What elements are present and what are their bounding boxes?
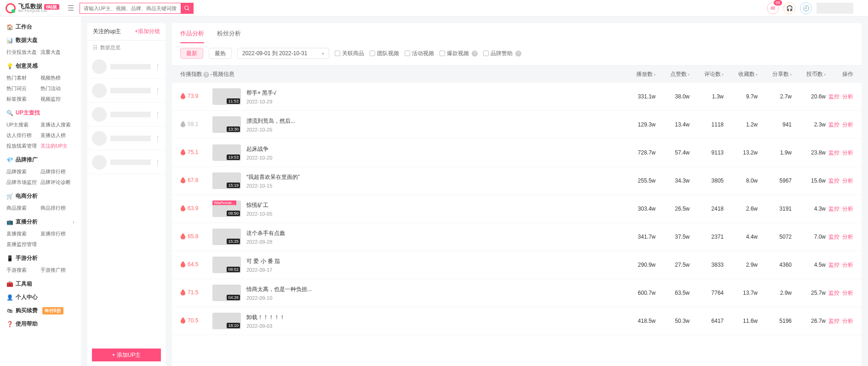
sidebar-link[interactable]: 直播搜索 xyxy=(6,229,40,239)
col-header[interactable]: 投币数▾ xyxy=(792,70,826,78)
filter-checkbox[interactable]: 活动视频 xyxy=(405,50,434,57)
sidebar-section[interactable]: 📊数据大盘 xyxy=(0,34,81,47)
user-avatar[interactable] xyxy=(817,3,853,14)
sidebar-link[interactable]: UP主搜索 xyxy=(6,120,40,130)
analyze-link[interactable]: 分析 xyxy=(842,93,853,101)
table-row[interactable]: 67.6 15:19 “我超喜欢呆在里面的” 2022-10-15 255.5w… xyxy=(172,167,862,195)
tab[interactable]: 作品分析 xyxy=(180,29,204,43)
sidebar-link[interactable]: 热门素材 xyxy=(6,73,40,83)
video-thumbnail[interactable]: 18:10 xyxy=(212,313,241,329)
sidebar-link[interactable]: 热门活动 xyxy=(40,83,74,94)
filter-checkbox[interactable]: 团队视频 xyxy=(370,50,399,57)
video-title[interactable]: “我超喜欢呆在里面的” xyxy=(246,173,300,181)
table-row[interactable]: 71.5 04:26 情商太高，也是一种负担... 2022-09-10 600… xyxy=(172,279,862,307)
analyze-link[interactable]: 分析 xyxy=(842,261,853,269)
sidebar-link[interactable]: 达人排行榜 xyxy=(6,130,40,141)
sidebar-section[interactable]: 🏠工作台 xyxy=(0,20,81,34)
sidebar-link[interactable]: 手游搜索 xyxy=(6,265,40,275)
sidebar-link[interactable]: 直播达人搜索 xyxy=(40,120,74,130)
up-list-item[interactable]: ⋮ xyxy=(87,126,166,150)
video-title[interactable]: 帮手× 黑手√ xyxy=(246,89,276,97)
data-summary-link[interactable]: ☷ 数据总览 xyxy=(87,40,166,55)
monitor-link[interactable]: 监控 xyxy=(828,233,839,241)
sidebar-link[interactable]: 流量大盘 xyxy=(40,47,74,57)
more-icon[interactable]: ⋮ xyxy=(154,111,161,118)
sidebar-link[interactable]: 品牌排行榜 xyxy=(40,166,74,177)
more-icon[interactable]: ⋮ xyxy=(154,159,161,166)
col-header[interactable]: 点赞数▾ xyxy=(656,70,690,78)
up-list-item[interactable]: ⋮ xyxy=(87,79,166,103)
video-thumbnail[interactable]: 13:30 xyxy=(212,116,241,133)
analyze-link[interactable]: 分析 xyxy=(842,121,853,129)
monitor-link[interactable]: 监控 xyxy=(828,289,839,297)
col-header[interactable]: 收藏数▾ xyxy=(724,70,758,78)
sidebar-link[interactable]: 标签搜索 xyxy=(6,94,40,104)
logo[interactable]: 飞瓜数据B站版 BZ.FEIQUA.CN xyxy=(6,3,59,13)
sidebar-section[interactable]: 🛒电商分析 xyxy=(0,189,81,203)
video-thumbnail[interactable]: Warhorse...08:50 xyxy=(212,200,241,217)
sort-pill[interactable]: 最新 xyxy=(180,48,203,59)
video-thumbnail[interactable]: 08:52 xyxy=(212,257,241,273)
col-header[interactable]: 分享数▾ xyxy=(758,70,792,78)
up-list-item[interactable]: ⋮ xyxy=(87,150,166,174)
col-header[interactable]: 评论数▾ xyxy=(690,70,724,78)
support-button[interactable]: 🎧 xyxy=(783,2,795,14)
add-up-button[interactable]: + 添加UP主 xyxy=(92,349,161,361)
search-input[interactable] xyxy=(80,3,181,14)
tab[interactable]: 粉丝分析 xyxy=(217,29,241,43)
table-row[interactable]: 65.8 15:25 这个杀手有点蠢 2022-09-28 341.7w37.5… xyxy=(172,223,862,251)
sidebar-section[interactable]: 💡创意灵感 xyxy=(0,59,81,73)
video-thumbnail[interactable]: 04:26 xyxy=(212,285,241,301)
sidebar-link[interactable]: 商品排行榜 xyxy=(40,203,74,213)
table-row[interactable]: 64.5 08:52 可 爱 小 番 茄 2022-09-17 290.9w27… xyxy=(172,251,862,279)
video-thumbnail[interactable]: 11:53 xyxy=(212,88,241,105)
video-title[interactable]: 起床战争 xyxy=(246,145,272,153)
sort-pill[interactable]: 最热 xyxy=(209,48,232,59)
more-icon[interactable]: ⋮ xyxy=(154,135,161,142)
video-title[interactable]: 惊慌矿工 xyxy=(246,201,272,209)
table-row[interactable]: 70.5 18:10 卸载！！！！！ 2022-09-03 418.5w50.3… xyxy=(172,307,862,335)
filter-checkbox[interactable]: 爆款视频? xyxy=(440,50,478,57)
sidebar-link[interactable]: 直播监控管理 xyxy=(6,239,40,250)
sidebar-link[interactable]: 行业投放大盘 xyxy=(6,47,40,57)
analyze-link[interactable]: 分析 xyxy=(842,177,853,185)
add-group-link[interactable]: +添加分组 xyxy=(135,28,160,35)
sidebar-section[interactable]: 🛍购买续费 年付6折 xyxy=(0,304,81,317)
col-header[interactable]: 播放数▾ xyxy=(622,70,656,78)
sidebar-section[interactable]: 🧰工具箱 xyxy=(0,277,81,291)
video-thumbnail[interactable]: 15:19 xyxy=(212,172,241,189)
analyze-link[interactable]: 分析 xyxy=(842,233,853,241)
monitor-link[interactable]: 监控 xyxy=(828,261,839,269)
search-button[interactable] xyxy=(181,3,194,14)
sidebar-section[interactable]: ❓使用帮助 xyxy=(0,317,81,331)
mail-button[interactable]: ✉65 xyxy=(767,2,779,14)
monitor-link[interactable]: 监控 xyxy=(828,205,839,213)
sidebar-link[interactable]: 视频热榜 xyxy=(40,73,74,83)
sidebar-link[interactable]: 品牌市场监控 xyxy=(6,177,40,188)
refresh-button[interactable]: 🕘 xyxy=(800,2,812,14)
analyze-link[interactable]: 分析 xyxy=(842,317,853,325)
table-row[interactable]: 75.1 19:53 起床战争 2022-10-20 728.7w57.4w91… xyxy=(172,139,862,167)
up-list-item[interactable]: ⋮ xyxy=(87,103,166,126)
sidebar-link[interactable]: 直播排行榜 xyxy=(40,229,74,239)
monitor-link[interactable]: 监控 xyxy=(828,317,839,325)
up-list-item[interactable]: ⋮ xyxy=(87,55,166,79)
help-icon[interactable]: ? xyxy=(203,72,209,78)
monitor-link[interactable]: 监控 xyxy=(828,93,839,101)
sidebar-link[interactable]: 视频监控 xyxy=(40,94,74,104)
analyze-link[interactable]: 分析 xyxy=(842,289,853,297)
filter-checkbox[interactable]: 关联商品 xyxy=(335,50,364,57)
sidebar-link[interactable]: 投放线索管理 xyxy=(6,141,40,151)
sidebar-link[interactable]: 直播达人榜 xyxy=(40,130,74,141)
monitor-link[interactable]: 监控 xyxy=(828,149,839,157)
more-icon[interactable]: ⋮ xyxy=(154,87,161,94)
sidebar-section[interactable]: 👤个人中心 xyxy=(0,291,81,304)
sort-icon[interactable]: ▾ xyxy=(210,73,212,77)
monitor-link[interactable]: 监控 xyxy=(828,177,839,185)
sidebar-link[interactable]: 品牌评论诊断 xyxy=(40,177,74,188)
date-range-picker[interactable]: 2022-09-01 到 2022-10-31▾ xyxy=(237,48,329,59)
video-title[interactable]: 卸载！！！！！ xyxy=(246,314,285,321)
video-thumbnail[interactable]: 15:25 xyxy=(212,229,241,245)
analyze-link[interactable]: 分析 xyxy=(842,149,853,157)
menu-toggle-icon[interactable]: ☰ xyxy=(68,4,74,12)
